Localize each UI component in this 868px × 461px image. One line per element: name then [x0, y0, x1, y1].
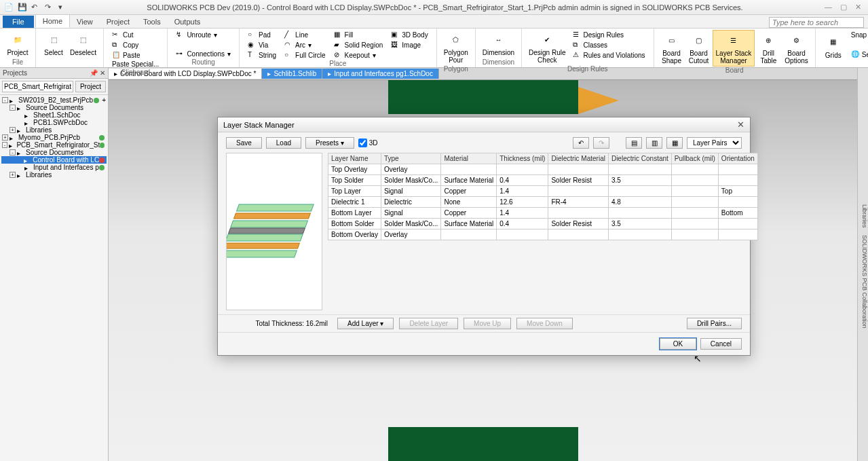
table-cell[interactable]: 3.5 [608, 219, 671, 229]
move-down-button[interactable]: Move Down [516, 318, 573, 329]
tree-item[interactable]: ▸Sheet1.SchDoc [1, 111, 107, 119]
table-cell[interactable] [608, 186, 671, 197]
table-cell[interactable] [671, 186, 718, 197]
pad-button[interactable]: ○Pad [246, 30, 278, 39]
connections-button[interactable]: ⊶Connections ▾ [174, 49, 232, 58]
table-cell[interactable]: 12.6 [497, 197, 548, 208]
table-cell[interactable]: Solder Resist [548, 219, 608, 229]
copy-button[interactable]: ⧉Copy [111, 40, 160, 50]
table-cell[interactable] [671, 229, 718, 240]
table-cell[interactable] [718, 197, 757, 208]
table-cell[interactable] [441, 229, 497, 240]
redo-icon[interactable]: ↷ [45, 3, 54, 12]
tool-button-2[interactable]: ▥ [646, 137, 662, 149]
tree-item[interactable]: +▸Libraries [1, 126, 107, 134]
column-header[interactable]: Material [441, 153, 497, 164]
redo-button[interactable]: ↷ [593, 137, 609, 149]
dialog-titlebar[interactable]: Layer Stack Manager ✕ [218, 117, 750, 132]
dialog-close-button[interactable]: ✕ [737, 119, 744, 130]
table-cell[interactable] [441, 164, 497, 175]
tree-item[interactable]: ▸Input and Interfaces p [1, 164, 107, 171]
table-cell[interactable]: Solder Mask/Co... [381, 175, 440, 186]
table-cell[interactable]: 3.5 [608, 175, 671, 186]
table-cell[interactable] [671, 219, 718, 229]
table-cell[interactable]: FR-4 [548, 197, 608, 208]
table-cell[interactable]: Signal [381, 208, 440, 219]
grids-button[interactable]: ▦Grids [820, 30, 847, 62]
expand-icon[interactable]: + [2, 134, 8, 141]
table-cell[interactable]: Bottom Overlay [328, 229, 381, 240]
solid-region-button[interactable]: ▰Solid Region [333, 40, 385, 50]
table-cell[interactable]: Copper [441, 208, 497, 219]
right-panel-tabs[interactable]: Libraries SOLIDWORKS PCB Collaboration [857, 68, 868, 461]
table-cell[interactable]: Top Solder [328, 175, 381, 186]
file-tab[interactable]: File [3, 16, 34, 28]
table-cell[interactable] [608, 208, 671, 219]
keepout-button[interactable]: ⊘Keepout ▾ [333, 50, 385, 60]
table-cell[interactable]: Solder Resist [548, 175, 608, 186]
column-header[interactable]: Pullback (mil) [671, 153, 718, 164]
project-button[interactable]: 📁 Project [4, 30, 31, 58]
table-cell[interactable]: Bottom Layer [328, 208, 381, 219]
table-cell[interactable] [671, 175, 718, 186]
table-cell[interactable] [671, 208, 718, 219]
paste-button[interactable]: 📋Paste [111, 50, 160, 60]
undo-button[interactable]: ↶ [573, 137, 589, 149]
qat-dropdown-icon[interactable]: ▾ [58, 3, 68, 12]
table-cell[interactable]: 0.4 [497, 219, 548, 229]
expand-icon[interactable]: + [10, 172, 16, 178]
table-cell[interactable]: Signal [381, 186, 440, 197]
qat-icon[interactable]: 📄 [4, 3, 14, 12]
undo-icon[interactable]: ↶ [31, 3, 41, 12]
table-cell[interactable]: Surface Material [441, 219, 497, 229]
line-button[interactable]: ╱Line [283, 30, 326, 39]
board-cutout-button[interactable]: ▢Board Cutout [685, 30, 713, 67]
3d-checkbox[interactable]: 3D [358, 139, 378, 147]
column-header[interactable]: Dielectric Material [548, 153, 608, 164]
tab-home[interactable]: Home [35, 14, 70, 28]
presets-button[interactable]: Presets ▾ [305, 137, 354, 149]
classes-button[interactable]: ⧉Classes [571, 40, 647, 50]
ok-button[interactable]: OK [660, 338, 696, 350]
image-button[interactable]: 🖼Image [390, 40, 429, 50]
board-options-button[interactable]: ⚙Board Options [782, 30, 810, 67]
tab-tools[interactable]: Tools [136, 16, 168, 28]
tree-item[interactable]: -▸Source Documents [1, 149, 107, 156]
save-button[interactable]: Save [226, 137, 262, 149]
tree-item[interactable]: -▸Source Documents [1, 104, 107, 111]
layer-stack-table[interactable]: Layer NameTypeMaterialThickness (mil)Die… [328, 153, 758, 240]
tool-button-1[interactable]: ▤ [626, 137, 642, 149]
tab-project[interactable]: Project [100, 16, 136, 28]
collaboration-tab[interactable]: SOLIDWORKS PCB Collaboration [861, 235, 868, 329]
full-circle-button[interactable]: ○Full Circle [283, 50, 326, 60]
delete-layer-button[interactable]: Delete Layer [399, 318, 458, 329]
table-cell[interactable]: Surface Material [441, 175, 497, 186]
table-cell[interactable] [718, 164, 757, 175]
table-cell[interactable]: Top Layer [328, 186, 381, 197]
table-cell[interactable] [497, 229, 548, 240]
move-up-button[interactable]: Move Up [464, 318, 511, 329]
cancel-button[interactable]: Cancel [700, 338, 742, 350]
paste-special-button[interactable]: Paste Special... [111, 60, 160, 69]
column-header[interactable]: Orientation [718, 153, 757, 164]
deselect-button[interactable]: ⬚Deselect [67, 30, 99, 58]
pin-icon[interactable]: 📌 ✕ [90, 69, 105, 77]
layer-stack-manager-button[interactable]: ☰Layer Stack Manager [713, 30, 755, 67]
document-tab[interactable]: ▸Schlib1.Schlib [262, 69, 322, 79]
tree-item[interactable]: ▸PCB1.SWPcbDoc [1, 119, 107, 126]
tree-item[interactable]: ▸Control Board with LC [1, 156, 107, 164]
maximize-button[interactable]: ▢ [840, 3, 847, 12]
table-cell[interactable]: Solder Mask/Co... [381, 219, 440, 229]
minimize-button[interactable]: — [825, 3, 832, 12]
table-cell[interactable]: 1.4 [497, 186, 548, 197]
table-cell[interactable] [718, 175, 757, 186]
table-cell[interactable] [548, 229, 608, 240]
tab-outputs[interactable]: Outputs [168, 16, 208, 28]
cut-button[interactable]: ✂Cut [111, 30, 160, 39]
search-input[interactable] [769, 17, 864, 28]
table-cell[interactable] [548, 186, 608, 197]
arc-button[interactable]: ◠Arc ▾ [283, 40, 326, 50]
project-filter-input[interactable] [2, 81, 73, 92]
polygon-pour-button[interactable]: ⬠Polygon Pour [441, 30, 471, 65]
expand-icon[interactable]: - [10, 105, 16, 111]
